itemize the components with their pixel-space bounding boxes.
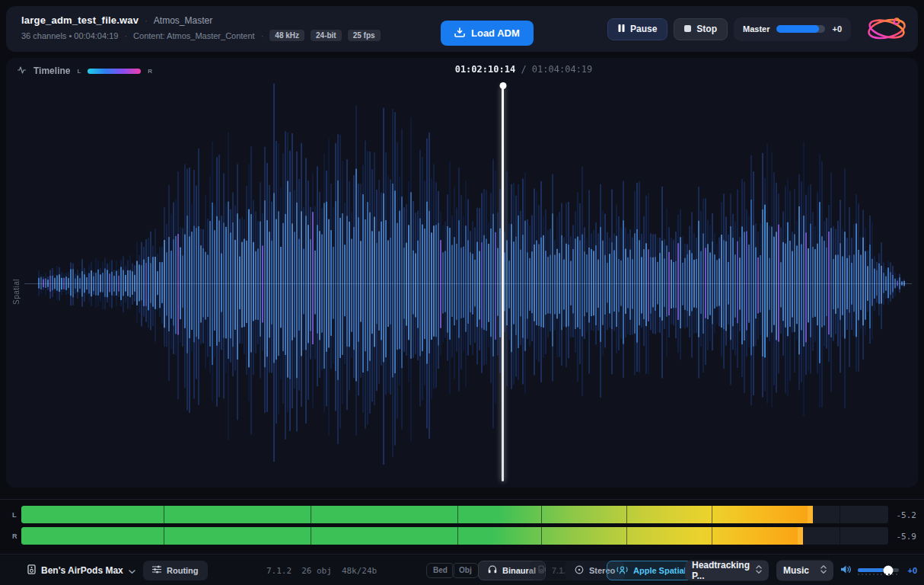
timeline-header: Timeline L R [17,64,152,78]
chevron-up-down-icon [820,564,827,576]
chevron-up-down-icon [756,564,762,576]
load-adm-label: Load ADM [471,27,520,39]
stream-objects: 26 obj [301,565,332,575]
stream-info: 7.1.2 26 obj 48k/24b [266,565,377,575]
pan-gradient-bar[interactable] [88,69,141,74]
meter-value-r: -5.9 [897,531,917,541]
program-name: Atmos_Master [154,15,212,26]
pause-button[interactable]: Pause [607,18,668,40]
file-name: large_adm_test_file.wav [21,14,139,26]
load-adm-button[interactable]: Load ADM [441,21,534,46]
current-timecode: 01:02:10:14 [455,64,515,75]
master-volume-slider[interactable] [776,25,825,33]
level-meters: L -5.2 R -5.9 [0,499,924,555]
speaker-circle-icon [575,565,584,576]
playhead[interactable] [502,86,504,481]
headphones-icon [488,565,497,575]
peak-cap-l [808,506,813,523]
timeline-label: Timeline [33,66,70,76]
speaker-stack-icon [538,565,546,575]
master-volume-fill [776,25,819,33]
meter-value-l: -5.2 [897,510,917,519]
meter-label-r: R [12,532,18,540]
output-device-selector[interactable]: Ben's AirPods Max [27,564,135,577]
stop-button[interactable]: Stop [674,18,728,40]
speaker-waves-icon [840,564,852,577]
total-timecode: 01:04:04:19 [532,64,592,75]
meter-fill-r [21,527,803,545]
timecode-display: 01:02:10:14 / 01:04:04:19 [455,64,593,75]
footer-bar: Ben's AirPods Max Routing 7.1.2 26 obj 4… [0,555,924,585]
meter-row-right: R -5.9 [0,527,924,545]
file-info: large_adm_test_file.wav · Atmos_Master 3… [21,14,381,41]
bitdepth-badge: 24-bit [311,30,342,41]
app-logo-icon [863,11,910,46]
profile-value: Music [783,565,809,576]
output-device-name: Ben's AirPods Max [41,565,123,576]
apple-spatial-label: Apple Spatial [633,566,687,575]
chevron-down-icon [129,564,135,577]
bed-badge: Bed [426,563,454,578]
apple-spatial-mode-button[interactable]: Apple Spatial [607,561,696,580]
waveform-canvas[interactable] [6,58,918,488]
headtracking-value: Headtracking P... [692,560,750,581]
peak-cap-r [798,527,803,545]
output-volume-group [840,564,899,577]
routing-label: Routing [167,566,199,575]
samplerate-badge: 48 kHz [269,30,304,41]
pan-right-marker: R [148,68,152,75]
output-volume-slider[interactable] [858,568,899,572]
pan-left-marker: L [77,68,81,75]
meter-fill-l [21,506,813,523]
transport-controls: Pause Stop Master +0 [607,6,910,52]
obj-badge: Obj [452,563,479,578]
timecode-separator: / [521,64,526,75]
stream-format: 7.1.2 [266,565,292,575]
speaker-cabinet-icon [27,564,36,577]
playhead-knob-icon[interactable] [499,82,506,89]
mixer-sliders-icon [152,565,161,575]
header-card: large_adm_test_file.wav · Atmos_Master 3… [6,6,918,52]
meter-track-l [21,506,888,523]
activity-pulse-icon [17,64,27,78]
master-label: Master [743,24,769,34]
output-gain-value: +0 [907,566,917,575]
spatial-axis-label: Spatial [12,279,21,305]
timeline-panel: Timeline L R 01:02:10:14 / 01:04:04:19 S… [6,58,918,488]
spatial-audio-head-icon [617,565,628,576]
pause-label: Pause [630,24,657,34]
meter-row-left: L -5.2 [0,506,924,523]
master-volume-group: Master +0 [734,18,851,41]
separator-dot: · [124,31,127,40]
stream-rate: 48k/24b [342,565,377,575]
content-name: Content: Atmos_Master_Content [133,31,255,40]
import-tray-arrow-icon [454,27,465,40]
separator-dot: · [261,31,264,40]
footer-divider [677,563,677,577]
pause-bars-icon [618,24,625,34]
framerate-badge: 25 fps [348,30,381,41]
volume-ticks [858,574,899,575]
meter-label-l: L [12,511,17,519]
master-gain-value: +0 [832,24,842,34]
stop-square-icon [684,24,691,34]
separator-dot: · [145,16,148,25]
routing-button[interactable]: Routing [143,561,208,580]
stop-label: Stop [696,24,717,34]
app-root: large_adm_test_file.wav · Atmos_Master 3… [0,0,924,585]
profile-select[interactable]: Music [776,560,833,580]
channels-duration: 36 channels • 00:04:04:19 [21,31,118,40]
headtracking-select[interactable]: Headtracking P... [685,560,769,580]
meter-track-r [21,527,888,545]
